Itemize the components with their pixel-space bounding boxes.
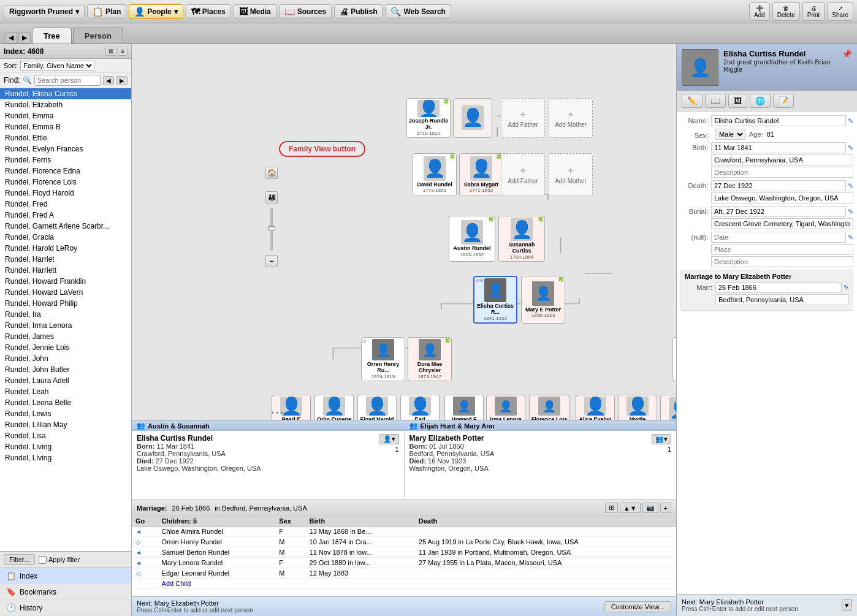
person-list-item-19[interactable]: Rundel, Howard Philip bbox=[0, 298, 131, 309]
card-mary-rundel[interactable]: 👤 Mary Rundel 1905- bbox=[660, 395, 676, 420]
person-list-item-32[interactable]: Rundel, Living bbox=[0, 441, 131, 452]
add-father-card-1[interactable]: + Add Father bbox=[501, 98, 545, 138]
card-joseph-rundle[interactable]: 👤 Joseph Rundle Jr. 1710-1812 🍀 bbox=[406, 98, 451, 138]
child-row-1[interactable]: ◇ Orren Henry Rundel M 10 Jan 1874 in Cr… bbox=[132, 537, 676, 547]
card-orren-rundel[interactable]: 👤 Orren Henry Ru... 1874-1919 ⊞ bbox=[361, 337, 405, 381]
name-input[interactable] bbox=[711, 115, 846, 126]
death-place-input[interactable] bbox=[711, 192, 853, 203]
person-list-item-25[interactable]: Rundel, John Butler bbox=[0, 364, 131, 375]
add-child-label[interactable]: Add Child bbox=[158, 579, 676, 589]
child-row-2[interactable]: ◄ Samuel Berton Rundel M 11 Nov 1878 in … bbox=[132, 547, 676, 558]
zoom-thumb[interactable] bbox=[268, 226, 275, 231]
card-dora-chrysler[interactable]: 👤 Dora Mae Chrysler 1873-1947 🍀 bbox=[408, 337, 452, 381]
person-list-item-14[interactable]: Rundel, Harold LeRoy bbox=[0, 243, 131, 254]
person-list-item-12[interactable]: Rundel, Garnett Arlene Scarbr... bbox=[0, 221, 131, 232]
person-list-item-6[interactable]: Rundel, Ferris bbox=[0, 154, 131, 165]
marr-edit-icon[interactable]: ✎ bbox=[844, 284, 849, 292]
person-list-item-5[interactable]: Rundel, Evelyn Frances bbox=[0, 143, 131, 154]
sidebar-nav-bookmarks[interactable]: 🔖 Bookmarks bbox=[0, 584, 131, 600]
person-list-item-13[interactable]: Rundel, Gracia bbox=[0, 232, 131, 243]
card-sabra-mygatt[interactable]: 👤 Sabra Mygatt 1771-1853 🍀 bbox=[459, 153, 503, 196]
add-mother-card-2[interactable]: + Add Mother bbox=[549, 153, 593, 196]
right-panel-person-btn[interactable]: 👥▾ bbox=[652, 434, 671, 444]
person-list-item-24[interactable]: Rundel, John bbox=[0, 353, 131, 364]
nav-forward-button[interactable]: ▶ bbox=[18, 32, 31, 44]
person-notes-btn[interactable]: 📝 bbox=[773, 94, 794, 108]
card-david-rundel[interactable]: 👤 David Rundel 1773-1853 🍀 bbox=[413, 153, 457, 196]
family-view-button[interactable]: 👨‍👩‍👧 bbox=[265, 191, 278, 203]
birth-desc-input[interactable] bbox=[711, 167, 853, 178]
null-desc-input[interactable] bbox=[711, 256, 853, 267]
burial-edit-icon[interactable]: ✎ bbox=[848, 208, 853, 216]
death-edit-icon[interactable]: ✎ bbox=[848, 182, 853, 190]
marriage-photo-btn[interactable]: 📷 bbox=[642, 503, 658, 513]
marr-place-input[interactable] bbox=[715, 294, 849, 305]
card-howard-rundel[interactable]: 👤 Howard F Rundel 1904-1984 bbox=[444, 395, 484, 420]
add-button[interactable]: ➕ Add bbox=[749, 2, 770, 21]
delete-button[interactable]: 🗑 Delete bbox=[772, 2, 800, 21]
person-list-item-7[interactable]: Rundel, Florence Edna bbox=[0, 165, 131, 177]
sex-select[interactable]: Male bbox=[715, 129, 745, 140]
person-list-item-29[interactable]: Rundel, Lewis bbox=[0, 408, 131, 419]
card-alice-rundel[interactable]: 👤 Alice Evelyn R... 1901-1988 bbox=[576, 395, 615, 420]
person-list-item-17[interactable]: Rundel, Howard Franklin bbox=[0, 276, 131, 287]
card-ggm1[interactable]: 👤 bbox=[453, 98, 492, 138]
share-button[interactable]: ↗ Share bbox=[827, 2, 853, 21]
person-media-btn[interactable]: 🖼 bbox=[728, 94, 747, 108]
person-list-item-27[interactable]: Rundel, Leah bbox=[0, 386, 131, 397]
card-florence-rundel[interactable]: 👤 Florence Lois Rundel 1912-2000 bbox=[529, 395, 569, 420]
person-list-item-15[interactable]: Rundel, Harriet bbox=[0, 254, 131, 265]
card-irma-rundel[interactable]: 👤 Irma Lenora R... 1907-1984 bbox=[486, 395, 525, 420]
null-edit-icon[interactable]: ✎ bbox=[848, 234, 853, 241]
person-list-item-9[interactable]: Rundel, Floyd Harold bbox=[0, 188, 131, 199]
nav-back-button[interactable]: ◀ bbox=[5, 32, 17, 44]
tree-name-dropdown[interactable]: Riggworth Pruned ▾ bbox=[4, 5, 85, 18]
marr-date-input[interactable] bbox=[715, 282, 842, 293]
search-prev-btn[interactable]: ◀ bbox=[103, 76, 114, 85]
apply-filter-checkbox[interactable] bbox=[39, 556, 47, 564]
sidebar-view-btn2[interactable]: ≡ bbox=[118, 47, 128, 56]
person-list-item-23[interactable]: Rundel, Jennie Lois bbox=[0, 342, 131, 353]
person-list-item-4[interactable]: Rundel, Ettie bbox=[0, 132, 131, 143]
card-myrtle-rundel[interactable]: 👤 Myrtle Rundel 1903- bbox=[618, 395, 657, 420]
child-row-4[interactable]: ◁ Edgar Leonard Rundel M 12 May 1883 bbox=[132, 568, 676, 579]
search-next-btn[interactable]: ▶ bbox=[116, 76, 128, 85]
add-mother-card-1[interactable]: + Add Mother bbox=[549, 98, 593, 138]
tab-person[interactable]: Person bbox=[73, 28, 123, 44]
null-date-input[interactable] bbox=[711, 232, 846, 243]
person-sources-btn[interactable]: 📖 bbox=[705, 94, 726, 108]
burial-date-input[interactable] bbox=[711, 206, 846, 217]
marriage-edit-btn[interactable]: ⊞ bbox=[605, 503, 618, 513]
pin-icon[interactable]: 📌 bbox=[842, 49, 852, 59]
sidebar-view-btn1[interactable]: ⊞ bbox=[105, 47, 116, 56]
places-button[interactable]: 🗺 Places bbox=[186, 4, 231, 19]
web-search-button[interactable]: 🔍 Web Search bbox=[385, 4, 451, 19]
burial-place-input[interactable] bbox=[711, 218, 853, 229]
person-list-item-10[interactable]: Rundel, Fred bbox=[0, 199, 131, 210]
name-edit-icon[interactable]: ✎ bbox=[848, 117, 853, 125]
person-list-item-1[interactable]: Rundel, Elizabeth bbox=[0, 99, 131, 110]
add-father-card-2[interactable]: + Add Father bbox=[501, 153, 545, 196]
person-list-item-11[interactable]: Rundel, Fred A bbox=[0, 210, 131, 221]
search-input[interactable] bbox=[34, 75, 101, 86]
person-web-btn[interactable]: 🌐 bbox=[750, 94, 771, 108]
person-list-item-21[interactable]: Rundel, Irma Lenora bbox=[0, 320, 131, 331]
person-list-item-8[interactable]: Rundel, Florence Lois bbox=[0, 177, 131, 188]
card-austin-rundel[interactable]: 👤 Austin Rundel 1800-1892 🍀 bbox=[449, 216, 495, 262]
left-panel-person-btn[interactable]: 👤▾ bbox=[379, 434, 399, 444]
card-floyd-rundel[interactable]: 👤 Floyd Harold R... 1899-1919 bbox=[357, 395, 397, 420]
tree-canvas[interactable]: 🏠 👨‍👩‍👧 − Family View button 👤 bbox=[132, 44, 676, 420]
card-mary-potter[interactable]: 👤 Mary E Potter 1850-1923 🍀 bbox=[521, 276, 565, 324]
people-button[interactable]: 👤 People ▾ bbox=[129, 4, 183, 19]
person-list-item-2[interactable]: Rundel, Emma bbox=[0, 110, 131, 121]
sources-button[interactable]: 📖 Sources bbox=[279, 4, 332, 19]
filter-button[interactable]: Filter... bbox=[4, 554, 35, 565]
sort-select[interactable]: Family, Given Name bbox=[20, 61, 94, 70]
person-list-item-28[interactable]: Rundel, Leona Belle bbox=[0, 397, 131, 408]
media-button[interactable]: 🖼 Media bbox=[234, 4, 276, 19]
card-samuel-rundel[interactable]: 👤 Samuel B Rundel 1878-1939 🍀 bbox=[672, 337, 676, 381]
marriage-up-btn[interactable]: ▲▼ bbox=[620, 503, 641, 513]
customize-view-button[interactable]: Customize View... bbox=[604, 601, 671, 612]
publish-button[interactable]: 🖨 Publish bbox=[334, 4, 383, 19]
person-list-item-30[interactable]: Rundel, Lillian May bbox=[0, 419, 131, 430]
